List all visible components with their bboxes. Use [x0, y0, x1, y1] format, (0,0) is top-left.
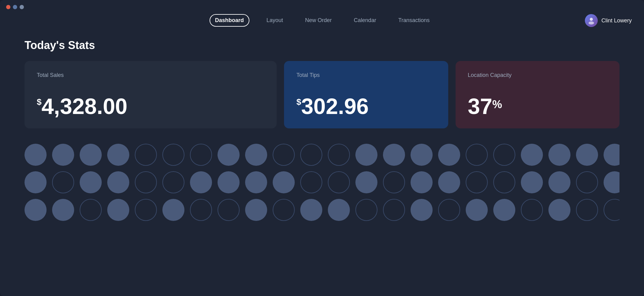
nav-item-layout[interactable]: Layout	[262, 15, 288, 26]
circle-item[interactable]	[25, 171, 47, 193]
nav-item-transactions[interactable]: Transactions	[393, 15, 434, 26]
circle-item[interactable]	[273, 171, 295, 193]
circle-item[interactable]	[300, 144, 322, 166]
circle-item[interactable]	[218, 144, 240, 166]
circle-item[interactable]	[521, 199, 543, 221]
circle-item[interactable]	[438, 171, 460, 193]
stat-card-total-sales: Total Sales $ 4,328.00	[25, 61, 277, 128]
stats-grid: Total Sales $ 4,328.00 Total Tips $ 302.…	[25, 61, 619, 128]
circle-item[interactable]	[466, 171, 488, 193]
circle-item[interactable]	[107, 144, 129, 166]
circle-item[interactable]	[162, 199, 184, 221]
circle-item[interactable]	[80, 199, 102, 221]
circle-item[interactable]	[162, 144, 184, 166]
circle-item[interactable]	[135, 199, 157, 221]
circle-item[interactable]	[548, 144, 570, 166]
circle-item[interactable]	[604, 171, 619, 193]
circle-item[interactable]	[218, 199, 240, 221]
circle-item[interactable]	[355, 199, 377, 221]
total-tips-currency: $	[296, 98, 301, 106]
minimize-button[interactable]	[13, 5, 17, 9]
circle-item[interactable]	[548, 199, 570, 221]
circle-item[interactable]	[521, 144, 543, 166]
circle-item[interactable]	[328, 199, 350, 221]
circle-item[interactable]	[493, 144, 515, 166]
maximize-button[interactable]	[20, 5, 24, 9]
circle-item[interactable]	[245, 199, 267, 221]
circle-item[interactable]	[438, 144, 460, 166]
stat-card-total-tips: Total Tips $ 302.96	[284, 61, 448, 128]
circle-item[interactable]	[245, 144, 267, 166]
circle-item[interactable]	[218, 171, 240, 193]
nav-item-new-order[interactable]: New Order	[300, 15, 337, 26]
circle-item[interactable]	[25, 199, 47, 221]
navbar: Dashboard Layout New Order Calendar Tran…	[0, 14, 644, 33]
total-tips-number: 302.96	[301, 95, 369, 117]
circle-item[interactable]	[466, 144, 488, 166]
circle-item[interactable]	[383, 199, 405, 221]
title-bar	[0, 0, 644, 14]
circle-item[interactable]	[80, 171, 102, 193]
circle-item[interactable]	[548, 171, 570, 193]
circles-row-3	[25, 199, 619, 221]
circle-item[interactable]	[411, 199, 433, 221]
app-window: Dashboard Layout New Order Calendar Tran…	[0, 0, 644, 296]
nav-links: Dashboard Layout New Order Calendar Tran…	[210, 14, 435, 27]
circle-item[interactable]	[135, 171, 157, 193]
circle-item[interactable]	[328, 171, 350, 193]
svg-point-0	[590, 18, 593, 21]
circle-item[interactable]	[438, 199, 460, 221]
circle-item[interactable]	[190, 171, 212, 193]
circles-row-2	[25, 171, 619, 193]
circle-item[interactable]	[162, 171, 184, 193]
circle-item[interactable]	[576, 199, 598, 221]
total-sales-value: $ 4,328.00	[37, 95, 264, 117]
circle-item[interactable]	[135, 144, 157, 166]
main-content: Today's Stats Total Sales $ 4,328.00 Tot…	[0, 33, 644, 239]
circle-item[interactable]	[273, 144, 295, 166]
circle-item[interactable]	[493, 199, 515, 221]
circle-item[interactable]	[245, 171, 267, 193]
circle-item[interactable]	[383, 144, 405, 166]
circle-item[interactable]	[80, 144, 102, 166]
circle-item[interactable]	[52, 199, 74, 221]
circle-item[interactable]	[466, 199, 488, 221]
circle-item[interactable]	[25, 144, 47, 166]
circles-row-1	[25, 144, 619, 166]
user-profile[interactable]: Clint Lowery	[585, 14, 632, 27]
circle-item[interactable]	[604, 199, 619, 221]
avatar	[585, 14, 598, 27]
circle-item[interactable]	[576, 171, 598, 193]
circle-item[interactable]	[190, 144, 212, 166]
page-title: Today's Stats	[25, 39, 619, 52]
circles-section	[25, 144, 619, 226]
circle-item[interactable]	[300, 199, 322, 221]
total-sales-currency: $	[37, 98, 42, 106]
location-capacity-value: 37 %	[468, 95, 607, 117]
circle-item[interactable]	[604, 144, 619, 166]
nav-item-dashboard[interactable]: Dashboard	[210, 14, 249, 27]
circle-item[interactable]	[521, 171, 543, 193]
circle-item[interactable]	[355, 171, 377, 193]
circle-item[interactable]	[383, 171, 405, 193]
circle-item[interactable]	[273, 199, 295, 221]
total-tips-label: Total Tips	[296, 72, 436, 78]
circle-item[interactable]	[411, 171, 433, 193]
user-name: Clint Lowery	[601, 17, 632, 24]
circle-item[interactable]	[52, 144, 74, 166]
close-button[interactable]	[6, 5, 10, 9]
circle-item[interactable]	[328, 144, 350, 166]
circle-item[interactable]	[411, 144, 433, 166]
stat-card-location-capacity: Location Capacity 37 %	[456, 61, 619, 128]
circle-item[interactable]	[107, 171, 129, 193]
total-tips-value: $ 302.96	[296, 95, 436, 117]
circle-item[interactable]	[493, 171, 515, 193]
circle-item[interactable]	[52, 171, 74, 193]
circle-item[interactable]	[355, 144, 377, 166]
circle-item[interactable]	[300, 171, 322, 193]
circle-item[interactable]	[576, 144, 598, 166]
total-sales-number: 4,328.00	[42, 95, 127, 117]
nav-item-calendar[interactable]: Calendar	[349, 15, 381, 26]
circle-item[interactable]	[190, 199, 212, 221]
circle-item[interactable]	[107, 199, 129, 221]
